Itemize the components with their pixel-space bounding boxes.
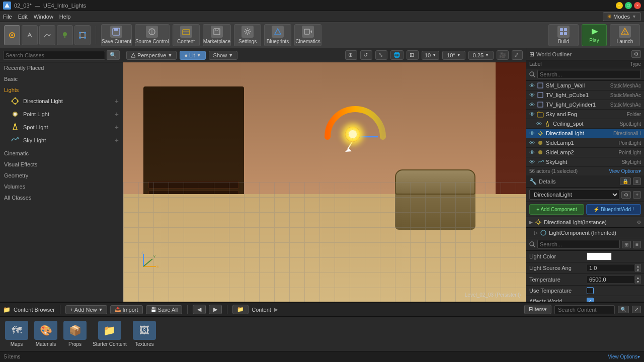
source-control-btn[interactable]: Source Control xyxy=(135,24,170,46)
outliner-view-options-btn[interactable]: View Options▾ xyxy=(609,168,641,174)
section-volumes[interactable]: Volumes xyxy=(0,182,123,191)
search-classes-btn[interactable]: 🔍 xyxy=(107,50,120,60)
section-lights[interactable]: Lights xyxy=(0,85,123,95)
spinner-up-btn[interactable]: ▲ xyxy=(635,276,641,280)
folder-item[interactable]: 🗺 Maps xyxy=(5,321,28,347)
breadcrumb-icon-btn[interactable]: 📁 xyxy=(232,305,249,314)
folder-item[interactable]: 📁 Starter Content xyxy=(93,321,127,347)
prop-temperature-input[interactable] xyxy=(587,276,634,284)
details-actor-btn1[interactable]: ⚙ xyxy=(621,191,631,199)
list-item[interactable]: Sky Light + xyxy=(0,134,123,147)
content-btn[interactable]: Content xyxy=(173,24,200,46)
foliage-mode-btn[interactable] xyxy=(57,25,73,45)
spot-light-add[interactable]: + xyxy=(115,123,119,131)
select-mode-btn[interactable] xyxy=(4,25,20,45)
point-light-add[interactable]: + xyxy=(115,110,119,118)
grid-btn[interactable]: ⊞ xyxy=(407,50,419,60)
eye-icon[interactable]: 👁 xyxy=(529,140,535,146)
outliner-row[interactable]: 👁 Ceiling_spot SpotLight xyxy=(526,119,644,129)
outliner-row[interactable]: 👁 SideLamp2 PointLight xyxy=(526,148,644,157)
viewport-perspective-btn[interactable]: Perspective ▼ xyxy=(126,51,177,60)
marketplace-btn[interactable]: Marketplace xyxy=(203,24,231,46)
modes-btn[interactable]: ⊞ Modes ▼ xyxy=(603,12,641,21)
details-actor-select[interactable]: DirectionalLight xyxy=(529,190,619,200)
sky-light-add[interactable]: + xyxy=(115,136,119,144)
minimize-button[interactable]: – xyxy=(616,2,623,9)
menu-help[interactable]: Help xyxy=(59,14,71,20)
menu-window[interactable]: Window xyxy=(34,14,53,20)
close-button[interactable]: × xyxy=(634,2,641,9)
section-basic[interactable]: Basic xyxy=(0,74,123,83)
world-local-btn[interactable]: 🌐 xyxy=(390,50,404,60)
list-item[interactable]: Directional Light + xyxy=(0,95,123,108)
grid-snap-btn[interactable]: 10 ▼ xyxy=(422,51,439,60)
details-lock-btn[interactable]: 🔒 xyxy=(620,177,631,185)
scale-snap-btn[interactable]: 0.25 ▼ xyxy=(468,51,494,60)
paint-mode-btn[interactable] xyxy=(22,25,38,45)
search-classes-input[interactable] xyxy=(3,51,105,60)
viewport-lit-btn[interactable]: ● Lit ▼ xyxy=(180,51,205,60)
camera-speed-btn[interactable]: 🎥 xyxy=(497,50,509,60)
maximize-button[interactable]: □ xyxy=(625,2,632,9)
prop-light-source-ang-input[interactable] xyxy=(587,264,634,272)
save-current-btn[interactable]: Save Current xyxy=(101,24,132,46)
component-lightcomponent-row[interactable]: ▷ LightComponent (Inherited) xyxy=(526,228,644,238)
eye-icon[interactable]: 👁 xyxy=(536,121,542,127)
build-btn[interactable]: Build xyxy=(548,24,579,46)
launch-btn[interactable]: Launch xyxy=(610,24,640,46)
details-actor-btn2[interactable]: + xyxy=(633,191,641,199)
eye-icon[interactable]: 👁 xyxy=(529,130,535,136)
eye-icon[interactable]: 👁 xyxy=(529,111,535,117)
settings-btn[interactable]: Settings xyxy=(234,24,261,46)
blueprint-add-btn[interactable]: ⚡ Blueprint/Add ! xyxy=(586,204,641,215)
content-expand-btn[interactable]: ⤢ xyxy=(632,306,641,313)
add-new-btn[interactable]: + Add New ▼ xyxy=(65,305,107,314)
eye-icon[interactable]: 👁 xyxy=(529,102,535,108)
prop-view-btn[interactable]: ⊞ xyxy=(622,241,631,248)
content-search-btn[interactable]: 🔍 xyxy=(618,306,629,313)
section-all-classes[interactable]: All Classes xyxy=(0,193,123,202)
scale-btn[interactable]: ⤡ xyxy=(375,50,387,60)
menu-edit[interactable]: Edit xyxy=(18,14,28,20)
section-cinematic[interactable]: Cinematic xyxy=(0,149,123,158)
outliner-row[interactable]: 👁 Sky and Fog Folder xyxy=(526,110,644,119)
folder-item[interactable]: 📦 Props xyxy=(63,321,87,347)
landscape-mode-btn[interactable] xyxy=(39,25,55,45)
angle-snap-btn[interactable]: 10° ▼ xyxy=(442,51,465,60)
translate-btn[interactable]: ⊕ xyxy=(345,50,357,60)
list-item[interactable]: Point Light + xyxy=(0,108,123,121)
details-options-btn[interactable]: ≡ xyxy=(633,177,641,185)
play-btn[interactable]: Play xyxy=(582,24,607,46)
folder-item[interactable]: 🖼 Textures xyxy=(133,321,156,347)
eye-icon[interactable]: 👁 xyxy=(529,159,535,165)
outliner-row[interactable]: 👁 SkyLight SkyLight xyxy=(526,157,644,167)
spinner-down-btn[interactable]: ▼ xyxy=(635,268,641,272)
prop-light-color-swatch[interactable] xyxy=(587,252,612,260)
outliner-row[interactable]: 👁 SideLamp1 PointLight xyxy=(526,138,644,148)
prop-search-input[interactable] xyxy=(537,240,620,249)
eye-icon[interactable]: 👁 xyxy=(529,82,535,88)
content-view-options-btn[interactable]: View Options▾ xyxy=(608,354,640,359)
add-component-btn[interactable]: + Add Component xyxy=(529,204,584,215)
outliner-search-input[interactable] xyxy=(537,70,641,79)
nav-forward-btn[interactable]: ▶ xyxy=(209,305,222,314)
spinner-up-btn[interactable]: ▲ xyxy=(635,264,641,268)
save-all-btn[interactable]: 💾 Save All xyxy=(146,305,183,314)
prop-list-btn[interactable]: ≡ xyxy=(633,241,641,248)
component-directionallight-row[interactable]: ▶ DirectionalLight(Instance) ⚙ xyxy=(526,217,644,228)
outliner-row[interactable]: 👁 TV_light_pCube1 StaticMeshAc xyxy=(526,90,644,100)
viewport-show-btn[interactable]: Show ▼ xyxy=(209,51,237,60)
outliner-row[interactable]: 👁 SM_Lamp_Wall StaticMeshAc xyxy=(526,81,644,90)
nav-back-btn[interactable]: ◀ xyxy=(193,305,206,314)
cinematics-btn[interactable]: Cinematics xyxy=(294,24,321,46)
outliner-row[interactable]: 👁 DirectionalLight DirectionalLi xyxy=(526,129,644,138)
import-btn[interactable]: 📥 Import xyxy=(110,305,142,314)
directional-light-add[interactable]: + xyxy=(115,97,119,105)
eye-icon[interactable]: 👁 xyxy=(529,149,535,155)
spinner-down-btn[interactable]: ▼ xyxy=(635,280,641,284)
rotate-btn[interactable]: ↺ xyxy=(360,50,372,60)
viewport-canvas[interactable]: X Z Y Level_02_03 (Persistent) xyxy=(123,62,526,302)
prop-affects-world-checkbox[interactable] xyxy=(587,298,594,302)
folder-item[interactable]: 🎨 Materials xyxy=(34,321,57,347)
section-recently-placed[interactable]: Recently Placed xyxy=(0,63,123,72)
